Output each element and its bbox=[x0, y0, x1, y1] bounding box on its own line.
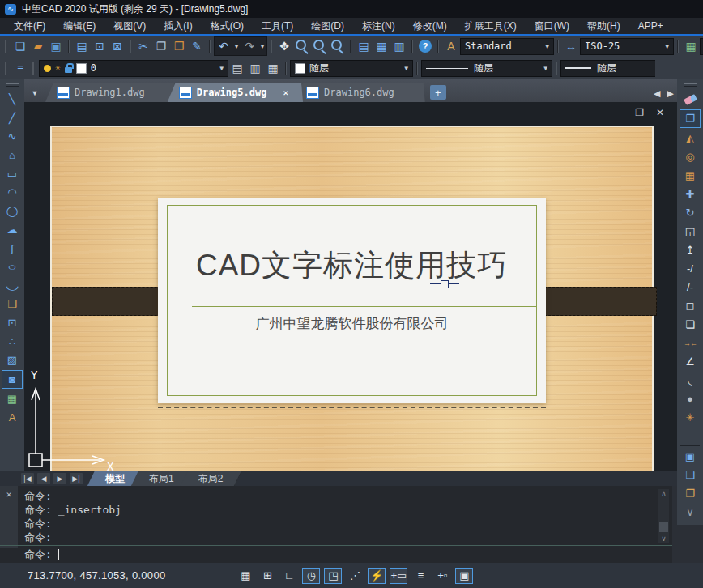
menu-draw[interactable]: 绘图(D) bbox=[302, 18, 353, 35]
bring-to-front-icon[interactable]: ▣ bbox=[680, 448, 700, 465]
menu-insert[interactable]: 插入(I) bbox=[155, 18, 201, 35]
object-snap-tracking-toggle[interactable]: ⋰ bbox=[346, 568, 364, 584]
layer-properties-icon[interactable]: ▦ bbox=[264, 60, 282, 76]
next-tab-button[interactable]: ▶ bbox=[53, 473, 66, 484]
table-style-combo[interactable]: S bbox=[700, 38, 703, 55]
rectangle-icon[interactable]: ▭ bbox=[2, 165, 22, 182]
fillet-icon[interactable]: ◟ bbox=[680, 372, 700, 389]
layer-manager-icon[interactable]: ≡ bbox=[11, 60, 29, 76]
restore-document-icon[interactable]: ❐ bbox=[635, 107, 644, 118]
menu-window[interactable]: 窗口(W) bbox=[526, 18, 578, 35]
new-file-icon[interactable]: ❏ bbox=[11, 38, 29, 54]
undo-icon[interactable]: ↶ bbox=[214, 36, 232, 56]
text-style-icon[interactable]: A bbox=[442, 38, 460, 54]
menu-tools[interactable]: 工具(T) bbox=[253, 18, 302, 35]
hatch-icon[interactable]: ▨ bbox=[2, 352, 22, 369]
plot-preview-icon[interactable]: ⊡ bbox=[91, 38, 109, 54]
point-icon[interactable]: ∴ bbox=[2, 333, 22, 350]
scale-icon[interactable]: ◱ bbox=[680, 223, 700, 240]
command-scrollbar[interactable]: ∧ ∨ bbox=[658, 489, 669, 543]
menu-file[interactable]: 文件(F) bbox=[5, 18, 54, 35]
paste-icon[interactable]: ❒ bbox=[170, 38, 188, 54]
annotation-monitor-toggle[interactable]: ▣ bbox=[455, 568, 473, 584]
menu-modify[interactable]: 修改(M) bbox=[404, 18, 456, 35]
scroll-tabs-right-button[interactable]: ▶ bbox=[667, 88, 674, 99]
dim-style-combo[interactable]: ISO-25 ▼ bbox=[580, 38, 674, 55]
minimize-document-icon[interactable]: – bbox=[617, 107, 623, 118]
scrollbar-thumb[interactable] bbox=[659, 522, 668, 532]
show-lineweight-toggle[interactable]: ≡ bbox=[411, 568, 429, 584]
new-tab-button[interactable]: + bbox=[430, 85, 446, 100]
tab-list-dropdown[interactable]: ▼ bbox=[24, 84, 45, 102]
tab-drawing6[interactable]: Drawing6.dwg bbox=[295, 83, 425, 102]
zoom-realtime-icon[interactable] bbox=[293, 38, 311, 54]
ellipse-icon[interactable]: ○ bbox=[0, 258, 26, 275]
zoom-previous-icon[interactable] bbox=[329, 38, 347, 54]
text-style-combo[interactable]: Standard ▼ bbox=[460, 38, 554, 55]
menu-format[interactable]: 格式(O) bbox=[202, 18, 253, 35]
menu-app-plus[interactable]: APP+ bbox=[629, 19, 672, 33]
plot-icon[interactable]: ▤ bbox=[73, 38, 91, 54]
menu-view[interactable]: 视图(V) bbox=[104, 18, 155, 35]
menu-edit[interactable]: 编辑(E) bbox=[54, 18, 104, 35]
redo-dropdown-icon[interactable]: ▾ bbox=[258, 36, 267, 56]
selection-cycling-toggle[interactable]: +▫ bbox=[433, 568, 451, 584]
close-tab-icon[interactable]: ✕ bbox=[283, 87, 288, 98]
match-properties-icon[interactable]: ✎ bbox=[188, 38, 206, 54]
layer-states-icon[interactable]: ▤ bbox=[228, 60, 246, 76]
scroll-down-icon[interactable]: ∨ bbox=[658, 535, 669, 543]
menu-dimension[interactable]: 标注(N) bbox=[353, 18, 404, 35]
save-icon[interactable]: ▣ bbox=[47, 38, 65, 54]
layer-previous-icon[interactable]: ▥ bbox=[246, 60, 264, 76]
tool-palettes-icon[interactable]: ▥ bbox=[390, 38, 408, 54]
erase-icon[interactable] bbox=[680, 91, 700, 108]
pan-icon[interactable]: ✥ bbox=[275, 38, 293, 54]
menu-express-tools[interactable]: 扩展工具(X) bbox=[456, 18, 526, 35]
join-icon[interactable]: →← bbox=[680, 334, 700, 352]
revision-cloud-icon[interactable]: ☁ bbox=[2, 221, 22, 238]
close-command-panel-icon[interactable]: ✕ bbox=[6, 489, 12, 548]
scroll-up-icon[interactable]: ∧ bbox=[662, 489, 666, 497]
table-style-icon[interactable]: ▦ bbox=[682, 38, 700, 54]
construction-line-icon[interactable]: ╱ bbox=[2, 109, 22, 126]
snap-mode-toggle[interactable]: ⊞ bbox=[258, 568, 276, 584]
explode-icon[interactable]: ✳ bbox=[680, 409, 700, 426]
command-prompt[interactable]: 命令: bbox=[24, 548, 59, 562]
linetype-combo[interactable]: 随层 ▼ bbox=[421, 60, 552, 77]
copy-icon[interactable]: ❐ bbox=[680, 109, 701, 128]
circle-icon[interactable]: ◯ bbox=[2, 202, 22, 219]
lineweight-combo[interactable]: 随层 bbox=[560, 60, 655, 77]
move-icon[interactable]: ✚ bbox=[680, 185, 700, 202]
mtext-icon[interactable]: A bbox=[2, 409, 22, 426]
help-icon[interactable]: ? bbox=[419, 40, 432, 53]
color-combo[interactable]: 随层 ▼ bbox=[290, 60, 413, 77]
tab-drawing1[interactable]: Drawing1.dwg bbox=[45, 83, 176, 102]
polyline-icon[interactable]: ∿ bbox=[2, 128, 22, 145]
ortho-mode-toggle[interactable]: ∟ bbox=[280, 568, 298, 584]
prev-tab-button[interactable]: ◀ bbox=[37, 473, 50, 484]
cut-icon[interactable]: ✂ bbox=[134, 38, 152, 54]
last-tab-button[interactable]: ▶| bbox=[70, 473, 83, 484]
region-icon[interactable]: ◙ bbox=[2, 370, 23, 389]
tab-layout2[interactable]: 布局2 bbox=[184, 471, 238, 487]
grid-display-toggle[interactable]: ▦ bbox=[236, 568, 254, 584]
polar-tracking-toggle[interactable]: ◷ bbox=[302, 568, 320, 584]
object-snap-toggle[interactable]: ◳ bbox=[324, 568, 342, 584]
stretch-icon[interactable]: ↥ bbox=[680, 241, 700, 258]
redo-icon[interactable]: ↷ bbox=[241, 36, 258, 56]
make-block-icon[interactable]: ⊡ bbox=[2, 314, 22, 331]
properties-palette-icon[interactable]: ▤ bbox=[355, 38, 373, 54]
insert-block-icon[interactable]: ❒ bbox=[2, 296, 22, 313]
layer-combo[interactable]: ☀ 0 ▼ bbox=[39, 60, 228, 77]
extend-icon[interactable]: /- bbox=[680, 279, 700, 296]
drawing-canvas[interactable]: – ❐ ✕ CAD文字标注使用技巧 广州中望龙腾软件股份有限公司 bbox=[24, 102, 677, 471]
blend-curves-icon[interactable]: ● bbox=[680, 390, 700, 407]
rotate-icon[interactable]: ↻ bbox=[680, 204, 700, 221]
quick-properties-toggle[interactable]: +▭ bbox=[390, 568, 407, 584]
command-line-panel[interactable]: ✕ 命令:命令: _insertobj命令:命令: 命令: ∧ ∨ bbox=[0, 486, 672, 563]
inserted-slide-image[interactable]: CAD文字标注使用技巧 广州中望龙腾软件股份有限公司 bbox=[50, 126, 654, 471]
toolbar-overflow-chevron-icon[interactable]: ∨ bbox=[680, 504, 700, 521]
designcenter-icon[interactable]: ▦ bbox=[373, 38, 390, 54]
dynamic-input-toggle[interactable]: ⚡ bbox=[368, 568, 386, 584]
trim-icon[interactable]: -/ bbox=[680, 260, 700, 277]
